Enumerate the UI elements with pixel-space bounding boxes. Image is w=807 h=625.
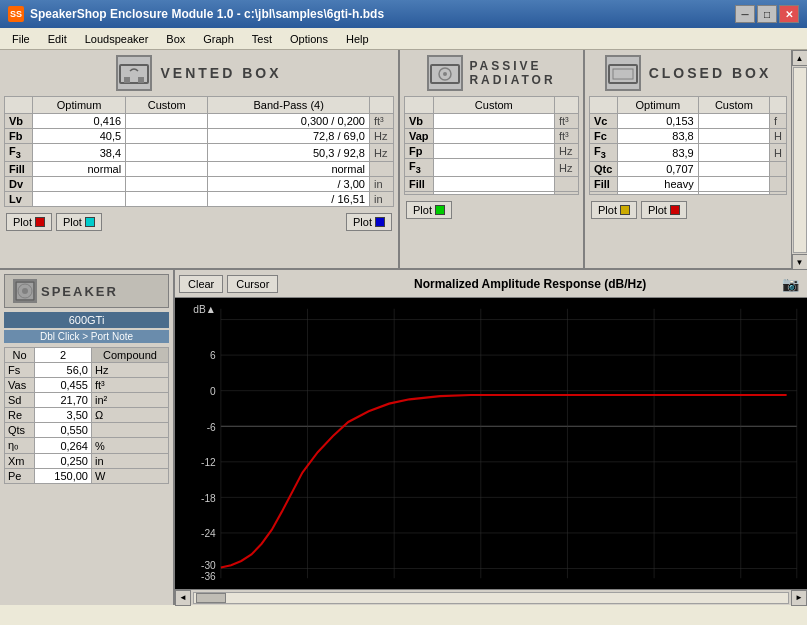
graph-area[interactable]: dB▲ 6 0 -6 -12 -18 -24 -30 -36: [175, 298, 807, 589]
speaker-param-row: η₀ 0,264 %: [5, 438, 169, 454]
closed-plot-optimum[interactable]: Plot: [591, 201, 637, 219]
menu-box[interactable]: Box: [158, 31, 193, 47]
table-row: Dv / 3,00 in: [5, 177, 394, 192]
scroll-up-button[interactable]: ▲: [792, 50, 808, 66]
svg-text:-24: -24: [201, 528, 216, 539]
speaker-param-row: Fs 56,0 Hz: [5, 363, 169, 378]
cursor-button[interactable]: Cursor: [227, 275, 278, 293]
maximize-button[interactable]: □: [757, 5, 777, 23]
menu-edit[interactable]: Edit: [40, 31, 75, 47]
vented-box-title: VENTED BOX: [160, 65, 281, 81]
table-row: F3 Hz: [405, 159, 579, 177]
table-row: Vb 0,416 0,300 / 0,200 ft³: [5, 114, 394, 129]
vented-col-optimum: Optimum: [33, 97, 126, 114]
graph-camera-icon: 📷: [782, 276, 799, 292]
passive-radiator-logo: [427, 55, 463, 91]
table-row: Fp Hz: [405, 144, 579, 159]
vented-plot-bandpass[interactable]: Plot: [346, 213, 392, 231]
svg-text:0: 0: [210, 386, 216, 397]
table-row: F3 38,4 50,3 / 92,8 Hz: [5, 144, 394, 162]
menu-loudspeaker[interactable]: Loudspeaker: [77, 31, 157, 47]
table-row: Fc 83,8 H: [590, 129, 787, 144]
table-row: Fill heavy: [590, 177, 787, 192]
closed-box-title: CLOSED BOX: [649, 65, 772, 81]
table-row: Vc 0,153 f: [590, 114, 787, 129]
speaker-param-row: Sd 21,70 in²: [5, 393, 169, 408]
table-row: Qtc 0,707: [590, 162, 787, 177]
menu-bar: File Edit Loudspeaker Box Graph Test Opt…: [0, 28, 807, 50]
speaker-logo: [13, 279, 37, 303]
menu-graph[interactable]: Graph: [195, 31, 242, 47]
speaker-note[interactable]: Dbl Click > Port Note: [4, 330, 169, 343]
minimize-button[interactable]: ─: [735, 5, 755, 23]
passive-col-custom: Custom: [433, 97, 554, 114]
speaker-param-row: Vas 0,455 ft³: [5, 378, 169, 393]
vented-plot-optimum[interactable]: Plot: [6, 213, 52, 231]
svg-text:-18: -18: [201, 492, 216, 503]
speaker-param-row: Qts 0,550: [5, 423, 169, 438]
table-row: Vap ft³: [405, 129, 579, 144]
menu-help[interactable]: Help: [338, 31, 377, 47]
speaker-name: 600GTi: [4, 312, 169, 328]
speaker-panel: SPEAKER 600GTi Dbl Click > Port Note No …: [0, 270, 175, 605]
table-row: Fb 40,5 72,8 / 69,0 Hz: [5, 129, 394, 144]
table-row: Fill: [405, 177, 579, 192]
svg-rect-11: [175, 298, 807, 589]
vented-col-bandpass: Band-Pass (4): [208, 97, 370, 114]
table-row: [590, 192, 787, 195]
close-button[interactable]: ✕: [779, 5, 799, 23]
table-row: F3 83,9 H: [590, 144, 787, 162]
app-icon: SS: [8, 6, 24, 22]
menu-file[interactable]: File: [4, 31, 38, 47]
svg-rect-2: [138, 77, 144, 83]
svg-point-5: [443, 72, 447, 76]
speaker-param-row: Pe 150,00 W: [5, 469, 169, 484]
svg-text:6: 6: [210, 350, 216, 361]
closed-col-custom: Custom: [698, 97, 769, 114]
table-row: Lv / 16,51 in: [5, 192, 394, 207]
clear-button[interactable]: Clear: [179, 275, 223, 293]
menu-options[interactable]: Options: [282, 31, 336, 47]
scroll-left-button[interactable]: ◄: [175, 590, 191, 606]
passive-title-2: RADIATOR: [469, 73, 555, 87]
speaker-header-row: No 2 Compound: [5, 348, 169, 363]
closed-box-section: CLOSED BOX Optimum Custom Vc 0,153: [585, 50, 791, 268]
table-row: Fill normal normal: [5, 162, 394, 177]
closed-col-optimum: Optimum: [618, 97, 699, 114]
closed-box-logo: [605, 55, 641, 91]
vented-box-section: VENTED BOX Optimum Custom Band-Pass (4) …: [0, 50, 400, 268]
svg-rect-1: [124, 77, 130, 83]
speaker-header-label: SPEAKER: [41, 284, 118, 299]
vented-box-logo: [116, 55, 152, 91]
svg-text:-12: -12: [201, 457, 216, 468]
passive-title-1: PASSIVE: [469, 59, 555, 73]
svg-text:dB▲: dB▲: [193, 304, 216, 315]
vertical-scrollbar[interactable]: ▲ ▼: [791, 50, 807, 270]
svg-text:-36: -36: [201, 571, 216, 582]
horizontal-scrollbar[interactable]: ◄ ►: [175, 589, 807, 605]
svg-text:-6: -6: [207, 421, 216, 432]
graph-panel: Clear Cursor Normalized Amplitude Respon…: [175, 270, 807, 605]
speaker-param-row: Xm 0,250 in: [5, 454, 169, 469]
svg-point-10: [22, 288, 28, 294]
scroll-right-button[interactable]: ►: [791, 590, 807, 606]
svg-text:-30: -30: [201, 559, 216, 570]
svg-rect-7: [613, 69, 633, 79]
table-row: [405, 192, 579, 195]
scroll-down-button[interactable]: ▼: [792, 254, 808, 270]
graph-toolbar: Clear Cursor Normalized Amplitude Respon…: [175, 270, 807, 298]
graph-title: Normalized Amplitude Response (dB/Hz): [282, 277, 778, 291]
menu-test[interactable]: Test: [244, 31, 280, 47]
passive-radiator-section: PASSIVE RADIATOR Custom Vb: [400, 50, 585, 268]
vented-col-custom: Custom: [126, 97, 208, 114]
speaker-param-row: Re 3,50 Ω: [5, 408, 169, 423]
closed-plot-custom[interactable]: Plot: [641, 201, 687, 219]
window-title: SpeakerShop Enclosure Module 1.0 - c:\jb…: [30, 7, 384, 21]
passive-plot-custom[interactable]: Plot: [406, 201, 452, 219]
table-row: Vb ft³: [405, 114, 579, 129]
vented-plot-custom[interactable]: Plot: [56, 213, 102, 231]
title-bar: SS SpeakerShop Enclosure Module 1.0 - c:…: [0, 0, 807, 28]
